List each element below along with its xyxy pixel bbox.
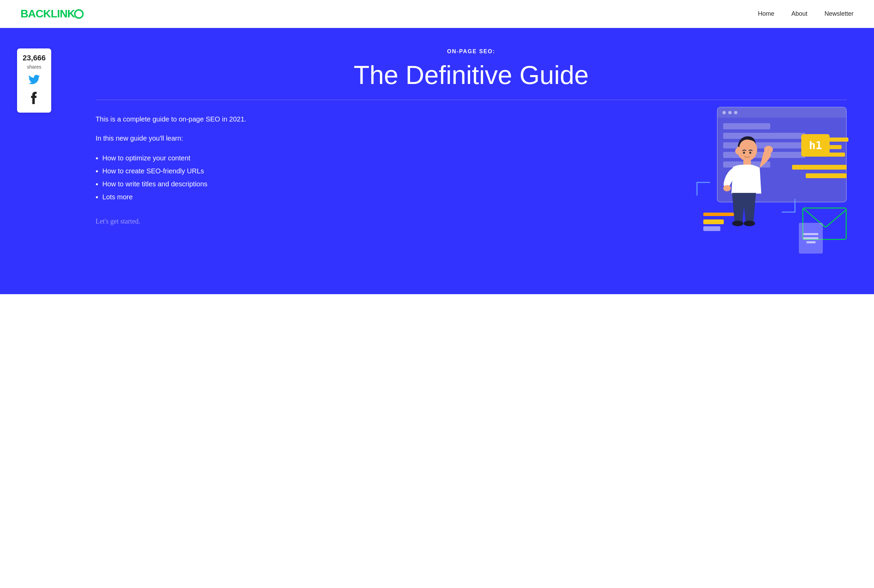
share-label: shares — [27, 64, 41, 70]
hero-bullet-4: Lots more — [96, 191, 273, 204]
h1-tag-badge: h1 — [801, 134, 830, 157]
svg-point-5 — [764, 146, 773, 153]
hero-bullet-1: How to optimize your content — [96, 152, 273, 165]
hero-content: This is a complete guide to on-page SEO … — [96, 114, 847, 243]
svg-point-8 — [743, 220, 755, 226]
hero-subtitle: ON-PAGE SEO: — [96, 48, 847, 55]
browser-line-1 — [723, 123, 770, 129]
facebook-share-button[interactable] — [30, 92, 38, 107]
doc-line-1 — [803, 233, 818, 235]
hero-illustration: h1 — [693, 107, 847, 243]
main-nav: Home About Newsletter — [758, 10, 853, 17]
hero-cta: Let's get started. — [96, 218, 273, 225]
svg-point-10 — [749, 152, 751, 154]
person-illustration — [703, 131, 778, 250]
browser-bar — [718, 108, 846, 118]
doc-line-2 — [803, 237, 818, 239]
nav-about[interactable]: About — [791, 10, 808, 17]
hero-bullets-list: How to optimize your content How to crea… — [96, 152, 273, 204]
browser-dot-1 — [722, 111, 726, 114]
site-logo[interactable]: BACKLINK — [21, 8, 84, 20]
logo-text: BACKLINK — [21, 8, 75, 20]
svg-line-1 — [826, 208, 847, 227]
browser-dot-3 — [734, 111, 737, 114]
logo-o-circle — [74, 9, 84, 19]
document-icon — [799, 223, 823, 254]
hero-bullet-3: How to write titles and descriptions — [96, 178, 273, 191]
browser-dot-2 — [728, 111, 731, 114]
corner-bracket-bottom-right — [782, 199, 796, 213]
hero-bullet-2: How to create SEO-friendly URLs — [96, 165, 273, 178]
site-header: BACKLINK Home About Newsletter — [0, 0, 874, 28]
hero-intro2: In this new guide you'll learn: — [96, 133, 273, 144]
svg-point-6 — [723, 185, 731, 191]
svg-point-9 — [743, 152, 745, 154]
nav-newsletter[interactable]: Newsletter — [824, 10, 853, 17]
hero-text-block: This is a complete guide to on-page SEO … — [96, 114, 273, 225]
twitter-share-button[interactable] — [29, 74, 40, 87]
svg-point-3 — [735, 148, 740, 154]
share-widget: 23,666 shares — [17, 48, 51, 112]
yellow-bar-2 — [806, 173, 847, 178]
hero-section: 23,666 shares ON-PAGE SEO: The Definitiv… — [0, 28, 874, 294]
hero-title: The Definitive Guide — [96, 61, 847, 89]
doc-line-3 — [806, 241, 815, 243]
yellow-bar-1 — [792, 165, 847, 170]
share-count: 23,666 — [23, 54, 45, 62]
hero-intro1: This is a complete guide to on-page SEO … — [96, 114, 273, 124]
svg-point-7 — [732, 220, 743, 226]
nav-home[interactable]: Home — [758, 10, 774, 17]
hero-divider — [96, 100, 847, 100]
